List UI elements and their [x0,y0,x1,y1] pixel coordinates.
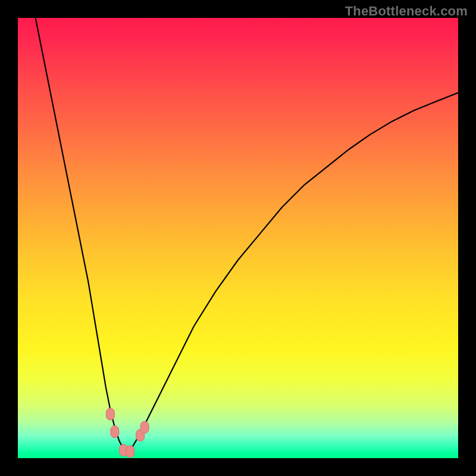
curve-marker [106,408,114,420]
markers-group [106,408,149,458]
curve-marker [126,446,134,458]
curve-marker [140,421,149,433]
curve-marker [111,426,119,438]
frame: TheBottleneck.com [0,0,476,476]
curve-layer [18,18,458,458]
plot-area [18,18,458,458]
curve-path [36,18,458,454]
watermark-text: TheBottleneck.com [345,4,468,19]
